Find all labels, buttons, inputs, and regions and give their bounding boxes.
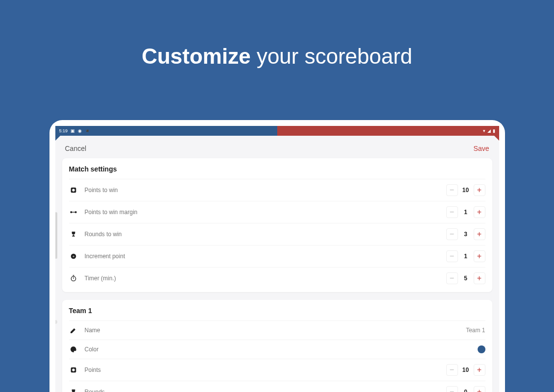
row-team-points: Points − 10 +: [69, 359, 485, 381]
row-points-to-win: Points to win − 10 +: [69, 179, 485, 201]
team-color-swatch: [478, 345, 485, 353]
stepper: − 3 +: [446, 228, 485, 240]
toolbar: Cancel Save: [55, 136, 499, 158]
stepper: − 10 +: [446, 364, 485, 376]
row-team-name[interactable]: Name Team 1: [69, 320, 485, 340]
svg-point-4: [75, 212, 76, 213]
hero-title: Customize your scoreboard: [0, 0, 554, 69]
status-bar: 5:19 ▣ ◉ ◾ ▾ ◢ ▮: [55, 126, 499, 136]
stepper: − 10 +: [446, 184, 485, 196]
decrement-button[interactable]: −: [446, 184, 458, 196]
row-rounds-to-win: Rounds to win − 3 +: [69, 223, 485, 245]
row-points-margin: Points to win margin − 1 +: [69, 201, 485, 223]
row-label: Rounds: [85, 389, 446, 392]
stepper-value: 5: [459, 275, 473, 282]
stepper: − 1 +: [446, 250, 485, 262]
increment-button[interactable]: +: [474, 228, 485, 240]
increment-button[interactable]: +: [474, 364, 485, 376]
tablet-frame: 5:19 ▣ ◉ ◾ ▾ ◢ ▮ Cancel Save Match setti…: [49, 120, 505, 392]
decrement-button[interactable]: −: [446, 206, 458, 218]
battery-icon: ▮: [493, 128, 495, 133]
pencil-icon: [69, 326, 78, 335]
svg-point-11: [72, 368, 74, 371]
row-label: Points to win: [85, 187, 446, 194]
stepper-value: 10: [459, 187, 473, 194]
timer-icon: [69, 274, 78, 283]
decrement-button[interactable]: −: [446, 228, 458, 240]
svg-point-3: [71, 212, 72, 213]
cancel-button[interactable]: Cancel: [65, 145, 87, 152]
svg-point-7: [71, 276, 75, 281]
status-app-icon: ▣: [71, 128, 75, 133]
target-icon: [69, 186, 78, 195]
status-circle-icon: ◉: [78, 128, 82, 133]
row-label: Increment point: [85, 253, 446, 260]
team-name-value: Team 1: [466, 327, 485, 334]
stepper-value: 3: [459, 231, 473, 238]
tablet-screen: 5:19 ▣ ◉ ◾ ▾ ◢ ▮ Cancel Save Match setti…: [55, 126, 499, 392]
row-team-rounds: Rounds − 0 +: [69, 381, 485, 392]
status-bar-right: ▾ ◢ ▮: [277, 126, 499, 136]
increment-icon: +: [69, 252, 78, 261]
increment-button[interactable]: +: [474, 272, 485, 284]
status-square-icon: ◾: [85, 128, 90, 133]
row-label: Rounds to win: [85, 231, 446, 238]
decrement-button[interactable]: −: [446, 250, 458, 262]
row-label: Timer (min.): [85, 275, 446, 282]
signal-icon: ◢: [487, 129, 491, 133]
stepper-value: 0: [459, 389, 473, 392]
match-settings-title: Match settings: [69, 165, 485, 173]
svg-text:+: +: [72, 254, 74, 259]
svg-point-1: [72, 189, 74, 191]
trophy-icon: [69, 230, 78, 239]
team1-title: Team 1: [69, 307, 485, 315]
save-button[interactable]: Save: [474, 145, 489, 152]
row-label: Name: [85, 327, 466, 334]
points-icon: [69, 366, 78, 374]
stepper-value: 1: [459, 209, 473, 216]
row-label: Color: [85, 346, 478, 353]
increment-button[interactable]: +: [474, 184, 485, 196]
row-timer: Timer (min.) − 5 +: [69, 267, 485, 289]
team1-card: Team 1 Name Team 1 Color Points −: [62, 300, 492, 392]
increment-button[interactable]: +: [474, 206, 485, 218]
match-settings-card: Match settings Points to win − 10 + Poin…: [62, 158, 492, 292]
stepper-value: 10: [459, 367, 473, 373]
status-time: 5:19: [59, 128, 68, 133]
content: Match settings Points to win − 10 + Poin…: [55, 158, 499, 392]
status-bar-left: 5:19 ▣ ◉ ◾: [55, 126, 277, 136]
stepper: − 1 +: [446, 206, 485, 218]
scroll-indicator-dot: [55, 320, 57, 324]
stepper-value: 1: [459, 253, 473, 260]
decrement-button[interactable]: −: [446, 272, 458, 284]
row-label: Points to win margin: [85, 209, 446, 216]
row-team-color[interactable]: Color: [69, 340, 485, 359]
increment-button[interactable]: +: [474, 250, 485, 262]
palette-icon: [69, 345, 78, 354]
decrement-button[interactable]: −: [446, 386, 458, 392]
ribbon-corner-left: [55, 136, 60, 141]
scrollbar[interactable]: [55, 212, 57, 259]
wifi-icon: ▾: [483, 129, 485, 133]
trophy-icon: [69, 388, 78, 392]
row-increment-point: + Increment point − 1 +: [69, 245, 485, 267]
ribbon-corner-right: [494, 136, 499, 141]
stepper: − 0 +: [446, 386, 485, 392]
margin-icon: [69, 208, 78, 217]
stepper: − 5 +: [446, 272, 485, 284]
increment-button[interactable]: +: [474, 386, 485, 392]
decrement-button[interactable]: −: [446, 364, 458, 376]
row-label: Points: [85, 367, 446, 373]
